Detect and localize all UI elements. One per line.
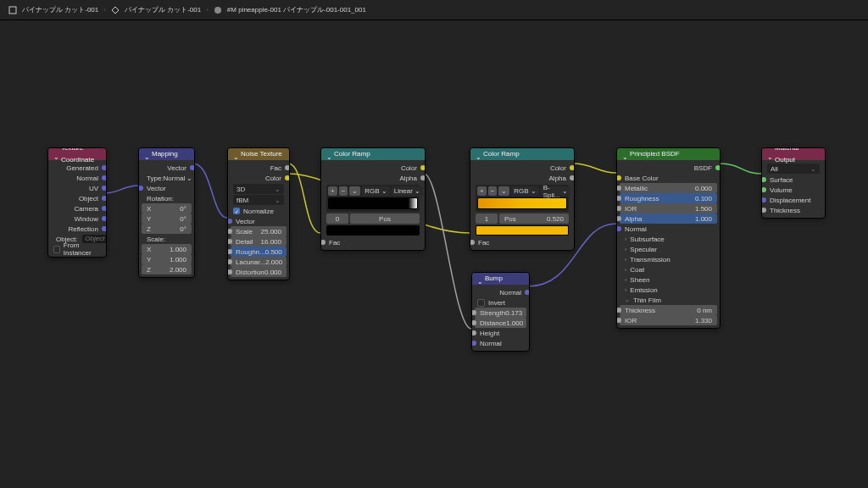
interpolation-dropdown[interactable]: Linear⌄: [392, 186, 423, 196]
socket-vector-out[interactable]: Vector: [142, 163, 192, 173]
roughness-field[interactable]: Roughn...0.500: [231, 247, 287, 257]
socket-fac-in[interactable]: Fac: [473, 237, 571, 247]
node-bump[interactable]: ⌄Bump Normal Invert Strength0.173 Distan…: [471, 272, 530, 352]
group-emission[interactable]: ›Emission: [620, 285, 717, 295]
socket-reflection[interactable]: Reflection: [51, 224, 103, 234]
node-texture-coordinate[interactable]: ⌄Texture Coordinate Generated Normal UV …: [47, 147, 107, 258]
node-header[interactable]: ⌄Bump: [472, 273, 529, 285]
socket-surface-in[interactable]: Surface: [765, 175, 822, 185]
rotation-z[interactable]: Z0°: [142, 224, 192, 234]
distance-field[interactable]: Distance1.000: [475, 318, 526, 328]
scale-x[interactable]: X1.000: [142, 244, 192, 254]
from-instancer-checkbox[interactable]: From Instancer: [48, 244, 106, 254]
color-ramp-widget[interactable]: + − ⌄ RGB⌄ Linear⌄: [326, 185, 420, 212]
lacunarity-field[interactable]: Lacunar...2.000: [231, 257, 287, 267]
node-header[interactable]: ⌄Texture Coordinate: [48, 148, 106, 160]
stop-pos[interactable]: Pos0.520: [499, 214, 569, 224]
socket-normal-out[interactable]: Normal: [475, 287, 526, 297]
node-editor-canvas[interactable]: ⌄Texture Coordinate Generated Normal UV …: [0, 20, 868, 488]
group-specular[interactable]: ›Specular: [620, 244, 717, 254]
socket-fac-out[interactable]: Fac: [231, 163, 287, 173]
group-sheen[interactable]: ›Sheen: [620, 274, 717, 285]
socket-vector-in[interactable]: Vector: [142, 183, 192, 193]
node-header[interactable]: ⌄Color Ramp: [470, 148, 574, 160]
thinfilm-ior-field[interactable]: IOR1.330: [620, 315, 717, 325]
strength-field[interactable]: Strength0.173: [475, 308, 526, 318]
distortion-field[interactable]: Distortion0.000: [231, 267, 287, 277]
dimension-dropdown[interactable]: 3D⌄: [233, 184, 284, 194]
rotation-x[interactable]: X0°: [142, 203, 192, 214]
ramp-menu-button[interactable]: ⌄: [498, 186, 509, 196]
node-header[interactable]: ⌄Noise Texture: [228, 148, 289, 160]
add-stop-button[interactable]: +: [477, 186, 487, 196]
socket-color-out[interactable]: Color: [231, 173, 287, 183]
socket-volume-in[interactable]: Volume: [765, 185, 822, 195]
socket-alpha-out[interactable]: Alpha: [473, 173, 571, 183]
thickness-field[interactable]: Thickness0 nm: [620, 305, 717, 315]
node-principled-bsdf[interactable]: ⌄Principled BSDF BSDF Base Color Metalli…: [616, 147, 721, 329]
scale-field[interactable]: Scale25.000: [231, 226, 287, 236]
ior-field[interactable]: IOR1.500: [620, 203, 717, 214]
scale-y[interactable]: Y1.000: [142, 254, 192, 264]
group-coat[interactable]: ›Coat: [620, 264, 717, 274]
stop-index[interactable]: 0: [326, 214, 348, 224]
socket-generated[interactable]: Generated: [51, 163, 103, 173]
detail-field[interactable]: Detail16.000: [231, 236, 287, 247]
ramp-menu-button[interactable]: ⌄: [349, 186, 360, 196]
stop-color-swatch[interactable]: [476, 225, 569, 236]
socket-alpha-out[interactable]: Alpha: [324, 173, 422, 183]
node-header[interactable]: ⌄Mapping: [139, 148, 194, 160]
socket-window[interactable]: Window: [51, 214, 103, 224]
socket-bsdf-out[interactable]: BSDF: [620, 163, 717, 173]
stop-color-swatch[interactable]: [326, 225, 420, 236]
node-header[interactable]: ⌄Principled BSDF: [617, 148, 720, 160]
socket-object[interactable]: Object: [51, 193, 103, 203]
roughness-field[interactable]: Roughness0.100: [620, 193, 717, 203]
color-mode-dropdown[interactable]: RGB⌄: [511, 186, 538, 196]
invert-checkbox[interactable]: Invert: [472, 297, 529, 308]
socket-normal-in[interactable]: Normal: [620, 224, 717, 234]
add-stop-button[interactable]: +: [328, 186, 337, 196]
socket-uv[interactable]: UV: [51, 183, 103, 193]
socket-normal[interactable]: Normal: [51, 173, 103, 183]
node-noise-texture[interactable]: ⌄Noise Texture Fac Color 3D⌄ fBM⌄ ✓Norma…: [227, 147, 290, 280]
color-mode-dropdown[interactable]: RGB⌄: [362, 186, 389, 196]
interpolation-dropdown[interactable]: B-Spli...⌄: [541, 186, 570, 196]
ramp-gradient[interactable]: [328, 197, 418, 209]
basis-dropdown[interactable]: fBM⌄: [233, 195, 284, 205]
socket-basecolor-in[interactable]: Base Color: [620, 173, 717, 183]
socket-color-out[interactable]: Color: [473, 163, 571, 173]
metallic-field[interactable]: Metallic0.000: [620, 183, 717, 193]
socket-color-out[interactable]: Color: [324, 163, 422, 173]
breadcrumb-item[interactable]: パイナップル カット-001: [22, 5, 98, 14]
node-color-ramp-2[interactable]: ⌄Color Ramp Color Alpha + − ⌄ RGB⌄ B-Spl…: [470, 147, 575, 251]
type-dropdown[interactable]: Type:Normal⌄: [142, 173, 192, 183]
socket-vector-in[interactable]: Vector: [231, 216, 287, 226]
group-subsurface[interactable]: ›Subsurface: [620, 234, 717, 244]
stop-pos[interactable]: Pos: [350, 214, 420, 224]
alpha-field[interactable]: Alpha1.000: [620, 214, 717, 224]
ramp-gradient[interactable]: [477, 197, 567, 209]
socket-thickness-in[interactable]: Thickness: [765, 205, 822, 215]
socket-camera[interactable]: Camera: [51, 203, 103, 214]
node-header[interactable]: ⌄Color Ramp: [321, 148, 425, 160]
scale-z[interactable]: Z2.000: [142, 264, 192, 274]
breadcrumb-item[interactable]: パイナップル カット-001: [125, 5, 201, 14]
node-material-output[interactable]: ⌄Material Output All⌄ Surface Volume Dis…: [761, 147, 826, 219]
socket-height-in[interactable]: Height: [475, 328, 526, 338]
breadcrumb-item[interactable]: #M pineapple-001 パイナップル-001-001_001: [227, 5, 366, 14]
color-ramp-widget[interactable]: + − ⌄ RGB⌄ B-Spli...⌄: [476, 185, 569, 212]
socket-fac-in[interactable]: Fac: [324, 237, 422, 247]
node-color-ramp-1[interactable]: ⌄Color Ramp Color Alpha + − ⌄ RGB⌄ Linea…: [320, 147, 426, 251]
group-thinfilm[interactable]: ⌄Thin Film: [620, 295, 717, 305]
rotation-y[interactable]: Y0°: [142, 214, 192, 224]
node-header[interactable]: ⌄Material Output: [762, 148, 825, 160]
remove-stop-button[interactable]: −: [488, 186, 498, 196]
stop-index[interactable]: 1: [476, 214, 498, 224]
node-mapping[interactable]: ⌄Mapping Vector Type:Normal⌄ Vector Rota…: [138, 147, 195, 278]
group-transmission[interactable]: ›Transmission: [620, 254, 717, 264]
normalize-checkbox[interactable]: ✓Normalize: [228, 206, 289, 216]
remove-stop-button[interactable]: −: [339, 186, 348, 196]
socket-displacement-in[interactable]: Displacement: [765, 195, 822, 205]
socket-normal-in[interactable]: Normal: [475, 338, 526, 348]
